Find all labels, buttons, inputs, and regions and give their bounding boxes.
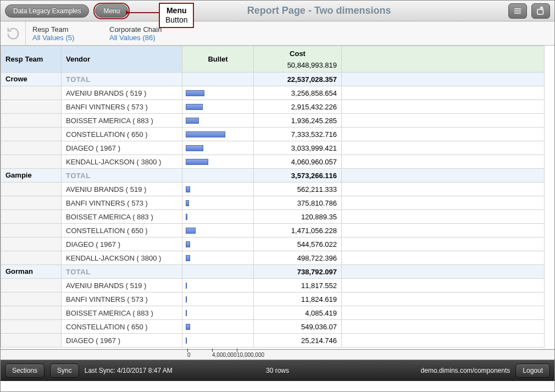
bullet-cell [182, 196, 254, 210]
logout-button[interactable]: Logout [515, 363, 550, 378]
bullet-cell [182, 238, 254, 251]
team-cell-empty [1, 183, 62, 196]
data-row[interactable]: DIAGEO ( 1967 )3,033,999.421 [1, 141, 545, 155]
col-bullet[interactable]: Bullet [182, 46, 254, 73]
vendor-cell: CONSTELLATION ( 650 ) [62, 128, 182, 141]
total-cost: 3,573,266.116 [254, 169, 342, 183]
bullet-cell [182, 183, 254, 196]
cost-cell: 11,824.619 [254, 292, 342, 306]
data-row[interactable]: BANFI VINTNERS ( 573 )375,810.786 [1, 196, 545, 210]
axis-tick: 0 [187, 352, 212, 358]
vendor-cell: BANFI VINTNERS ( 573 ) [62, 292, 182, 306]
data-row[interactable]: DIAGEO ( 1967 )544,576.022 [1, 238, 545, 251]
total-label: TOTAL [62, 265, 182, 279]
data-row[interactable]: AVENIU BRANDS ( 519 )11,817.552 [1, 279, 545, 292]
data-row[interactable]: KENDALL-JACKSON ( 3800 )4,060,960.057 [1, 155, 545, 169]
empty-cell [342, 334, 545, 347]
bullet-cell [182, 320, 254, 334]
team-cell-empty [1, 141, 62, 155]
data-row[interactable]: BANFI VINTNERS ( 573 )2,915,432.226 [1, 100, 545, 114]
team-cell-empty [1, 251, 62, 265]
menu-button[interactable]: Menu [95, 4, 128, 18]
bullet-cell [182, 251, 254, 265]
vendor-cell: DIAGEO ( 1967 ) [62, 334, 182, 347]
vendor-cell: AVENIU BRANDS ( 519 ) [62, 86, 182, 100]
cost-cell: 3,256,858.654 [254, 86, 342, 100]
bullet-cell [182, 155, 254, 169]
sections-button[interactable]: Sections [5, 363, 45, 378]
group-total-row[interactable]: CroweTOTAL22,537,028.357 [1, 73, 545, 86]
data-row[interactable]: CONSTELLATION ( 650 )549,036.07 [1, 320, 545, 334]
report-scroll[interactable]: Resp Team Vendor Bullet Cost 50,848,993.… [1, 46, 554, 349]
report-table: Resp Team Vendor Bullet Cost 50,848,993.… [1, 46, 545, 347]
team-cell-empty [1, 155, 62, 169]
vendor-cell: CONSTELLATION ( 650 ) [62, 320, 182, 334]
refresh-icon[interactable] [1, 21, 26, 46]
empty-cell [342, 128, 545, 141]
empty-cell [342, 169, 545, 183]
data-row[interactable]: AVENIU BRANDS ( 519 )3,256,858.654 [1, 86, 545, 100]
col-vendor[interactable]: Vendor [62, 46, 182, 73]
back-button[interactable]: Data Legacy Examples [5, 4, 89, 18]
empty-cell [342, 210, 545, 224]
empty-cell [342, 73, 545, 86]
vendor-cell: KENDALL-JACKSON ( 3800 ) [62, 251, 182, 265]
data-row[interactable]: BOISSET AMERICA ( 883 )1,936,245.285 [1, 114, 545, 128]
data-row[interactable]: CONSTELLATION ( 650 )1,471,056.228 [1, 224, 545, 238]
report-area: Resp Team Vendor Bullet Cost 50,848,993.… [1, 46, 554, 360]
cost-cell: 1,936,245.285 [254, 114, 342, 128]
team-cell-empty [1, 86, 62, 100]
hamburger-icon[interactable] [508, 3, 527, 19]
vendor-cell: BOISSET AMERICA ( 883 ) [62, 210, 182, 224]
empty-cell [342, 196, 545, 210]
axis-tick: 4,000,000 [212, 352, 237, 358]
team-cell-empty [1, 210, 62, 224]
top-toolbar: Data Legacy Examples Menu Report Page - … [1, 1, 554, 21]
col-resp-team[interactable]: Resp Team [1, 46, 62, 73]
bullet-axis: 0 4,000,000 10,000,000 [1, 349, 554, 360]
domain-label: demo.dimins.com/components [421, 367, 510, 374]
sync-button[interactable]: Sync [50, 363, 79, 378]
data-row[interactable]: BOISSET AMERICA ( 883 )4,085.419 [1, 306, 545, 320]
empty-cell [342, 279, 545, 292]
group-total-row[interactable]: GampieTOTAL3,573,266.116 [1, 169, 545, 183]
vendor-cell: KENDALL-JACKSON ( 3800 ) [62, 155, 182, 169]
bullet-cell [182, 265, 254, 279]
empty-cell [342, 141, 545, 155]
bullet-cell [182, 306, 254, 320]
data-row[interactable]: BANFI VINTNERS ( 573 )11,824.619 [1, 292, 545, 306]
vendor-cell: BANFI VINTNERS ( 573 ) [62, 100, 182, 114]
team-cell-empty [1, 320, 62, 334]
bottom-bar: Sections Sync Last Sync: 4/10/2017 8:47 … [1, 360, 554, 381]
cost-cell: 544,576.022 [254, 238, 342, 251]
bullet-cell [182, 141, 254, 155]
filter-resp-team[interactable]: Resp Team All Values (5) [26, 23, 103, 44]
team-cell-empty [1, 306, 62, 320]
filter-label: Resp Team [32, 25, 96, 34]
vendor-cell: AVENIU BRANDS ( 519 ) [62, 183, 182, 196]
row-count: 30 rows [266, 367, 289, 374]
data-row[interactable]: BOISSET AMERICA ( 883 )120,889.35 [1, 210, 545, 224]
team-cell: Crowe [1, 73, 62, 86]
share-icon[interactable] [531, 3, 550, 19]
team-cell-empty [1, 100, 62, 114]
data-row[interactable]: AVENIU BRANDS ( 519 )562,211.333 [1, 183, 545, 196]
vendor-cell: BOISSET AMERICA ( 883 ) [62, 306, 182, 320]
team-cell-empty [1, 238, 62, 251]
col-cost[interactable]: Cost 50,848,993.819 [254, 46, 342, 73]
total-label: TOTAL [62, 169, 182, 183]
data-row[interactable]: DIAGEO ( 1967 )25,214.746 [1, 334, 545, 347]
team-cell: Gampie [1, 169, 62, 183]
total-label: TOTAL [62, 73, 182, 86]
empty-cell [342, 114, 545, 128]
vendor-cell: DIAGEO ( 1967 ) [62, 141, 182, 155]
empty-cell [342, 238, 545, 251]
data-row[interactable]: KENDALL-JACKSON ( 3800 )498,722.396 [1, 251, 545, 265]
team-cell-empty [1, 292, 62, 306]
group-total-row[interactable]: GormanTOTAL738,792.097 [1, 265, 545, 279]
total-cost: 22,537,028.357 [254, 73, 342, 86]
cost-cell: 3,033,999.421 [254, 141, 342, 155]
cost-cell: 7,333,532.716 [254, 128, 342, 141]
col-empty [342, 46, 545, 73]
data-row[interactable]: CONSTELLATION ( 650 )7,333,532.716 [1, 128, 545, 141]
